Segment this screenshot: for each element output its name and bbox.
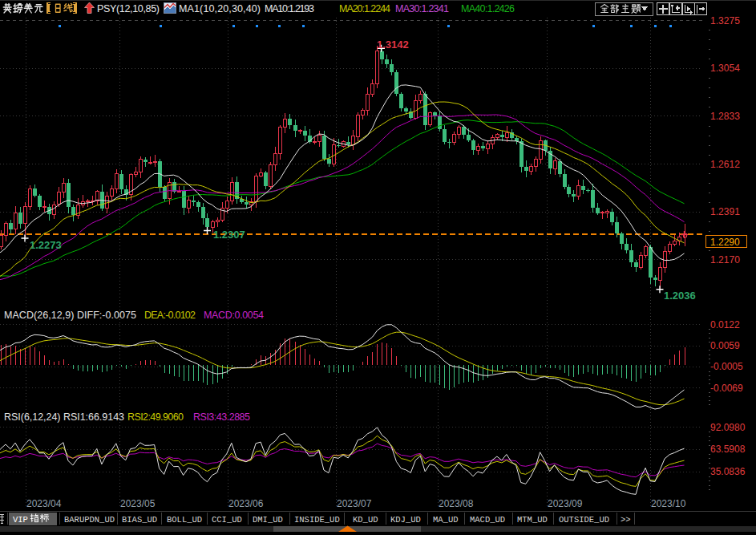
svg-text:RSI3:43.2885: RSI3:43.2885	[193, 411, 250, 423]
svg-text:KD_UD: KD_UD	[353, 515, 378, 525]
svg-text:1.2612: 1.2612	[710, 159, 740, 170]
svg-text:92.0980: 92.0980	[710, 422, 746, 433]
svg-text:MACD_UD: MACD_UD	[470, 515, 505, 525]
svg-text:1.2833: 1.2833	[710, 111, 740, 122]
svg-text:MA30:1.2341: MA30:1.2341	[395, 3, 449, 14]
svg-text:MA_UD: MA_UD	[433, 515, 459, 525]
svg-text:MACD:0.0054: MACD:0.0054	[204, 310, 264, 321]
svg-text:0.0059: 0.0059	[710, 340, 740, 351]
svg-text:RSI(6,12,24) RSI1:66.9143: RSI(6,12,24) RSI1:66.9143	[4, 411, 124, 423]
svg-text:35.0836: 35.0836	[710, 466, 746, 477]
svg-text:MA40:1.2426: MA40:1.2426	[461, 3, 515, 14]
svg-text:CCI_UD: CCI_UD	[212, 515, 242, 525]
svg-text:0.0122: 0.0122	[710, 319, 740, 330]
svg-text:>>: >>	[621, 515, 631, 525]
svg-text:BOLL_UD: BOLL_UD	[167, 515, 202, 525]
svg-text:2023/05: 2023/05	[120, 498, 156, 509]
svg-text:2023/08: 2023/08	[439, 498, 474, 509]
svg-text:DEA:-0.0102: DEA:-0.0102	[144, 310, 196, 321]
svg-text:1.2307: 1.2307	[213, 229, 245, 241]
svg-text:2023/04: 2023/04	[26, 498, 62, 509]
svg-text:2023/06: 2023/06	[228, 498, 264, 509]
svg-text:1.3142: 1.3142	[377, 39, 409, 51]
svg-text:1.2170: 1.2170	[710, 254, 740, 265]
svg-text:2023/10: 2023/10	[651, 498, 686, 509]
svg-text:63.5908: 63.5908	[710, 444, 746, 455]
svg-text:BARUPDN_UD: BARUPDN_UD	[64, 515, 115, 525]
svg-text:1.2290: 1.2290	[710, 237, 740, 248]
svg-text:BIAS_UD: BIAS_UD	[122, 515, 157, 525]
svg-text:KDJ_UD: KDJ_UD	[390, 515, 421, 525]
svg-text:1.2391: 1.2391	[710, 206, 740, 217]
svg-text:MTM_UD: MTM_UD	[517, 515, 548, 525]
svg-text:DMI_UD: DMI_UD	[253, 515, 283, 525]
svg-text:MA1(10,20,30,40): MA1(10,20,30,40)	[179, 3, 261, 14]
svg-text:1.2273: 1.2273	[30, 239, 62, 251]
svg-text:MA10:1.2193: MA10:1.2193	[265, 3, 314, 14]
svg-text:MACD(26,12,9) DIFF:-0.0075: MACD(26,12,9) DIFF:-0.0075	[4, 310, 136, 321]
svg-text:-0.0069: -0.0069	[710, 383, 743, 394]
svg-text:RSI2:49.9060: RSI2:49.9060	[127, 411, 184, 423]
svg-text:1.3275: 1.3275	[710, 15, 740, 26]
svg-text:PSY(12,10,85): PSY(12,10,85)	[97, 3, 160, 14]
svg-text:1.2036: 1.2036	[664, 290, 696, 302]
svg-text:MA20:1.2244: MA20:1.2244	[339, 3, 390, 14]
svg-text:2023/09: 2023/09	[548, 498, 583, 509]
svg-text:1.3054: 1.3054	[710, 63, 740, 74]
svg-text:VIP: VIP	[13, 515, 28, 525]
svg-text:OUTSIDE_UD: OUTSIDE_UD	[559, 515, 609, 525]
svg-text:2023/07: 2023/07	[337, 498, 372, 509]
svg-text:-0.0005: -0.0005	[710, 361, 743, 372]
svg-text:INSIDE_UD: INSIDE_UD	[294, 515, 340, 525]
